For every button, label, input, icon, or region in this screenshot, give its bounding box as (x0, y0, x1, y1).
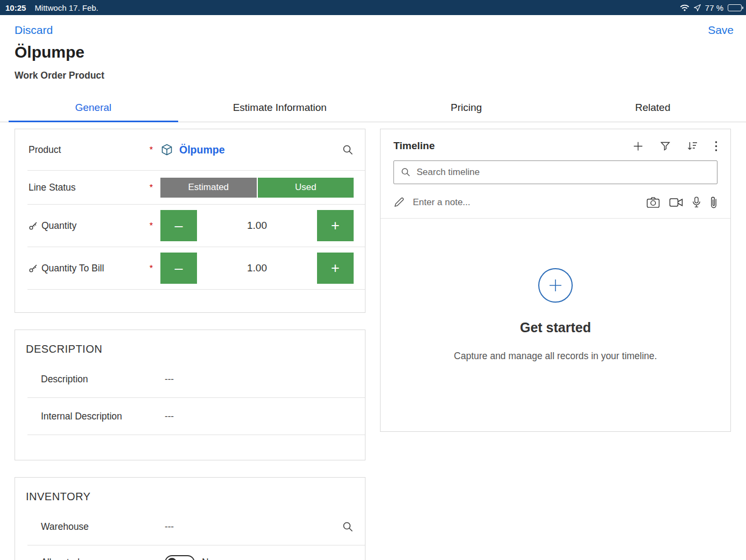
quantity-to-bill-decrement-button[interactable]: – (160, 253, 197, 284)
timeline-more-icon[interactable] (715, 141, 717, 152)
allocated-field-row: Allocated No (15, 545, 365, 560)
battery-percent: 77 % (705, 3, 723, 12)
timeline-title: Timeline (393, 140, 435, 152)
tab-related[interactable]: Related (560, 93, 746, 122)
note-input[interactable] (405, 197, 646, 208)
wifi-icon (680, 4, 689, 11)
location-icon (694, 4, 701, 11)
quantity-label: Quantity (41, 220, 76, 232)
required-asterisk: * (150, 182, 153, 193)
required-asterisk: * (150, 220, 153, 231)
quantity-to-bill-increment-button[interactable]: + (317, 253, 354, 284)
video-icon[interactable] (669, 198, 683, 207)
app-header: Discard Save Ölpumpe Work Order Product (0, 15, 746, 81)
line-status-option-estimated[interactable]: Estimated (160, 178, 257, 198)
line-status-option-used[interactable]: Used (258, 178, 354, 198)
tab-general[interactable]: General (0, 93, 187, 122)
timeline-add-icon[interactable] (632, 141, 644, 152)
required-asterisk: * (150, 144, 153, 155)
status-date: Mittwoch 17. Feb. (34, 3, 98, 12)
status-bar: 10:25 Mittwoch 17. Feb. 77 % (0, 0, 746, 15)
timeline-sort-icon[interactable] (687, 141, 699, 151)
quantity-increment-button[interactable]: + (317, 210, 354, 241)
page-title: Ölpumpe (15, 43, 734, 61)
add-record-icon[interactable] (538, 268, 573, 303)
description-value[interactable]: --- (165, 374, 174, 384)
quantity-to-bill-stepper: – 1.00 + (160, 253, 354, 284)
line-status-label: Line Status (29, 182, 76, 193)
discard-button[interactable]: Discard (15, 24, 53, 37)
quantity-to-bill-label: Quantity To Bill (41, 263, 104, 274)
quantity-value[interactable]: 1.00 (197, 220, 317, 232)
description-label: Description (41, 374, 165, 385)
product-value-link[interactable]: Ölpumpe (179, 144, 225, 156)
description-card: DESCRIPTION Description --- Internal Des… (15, 330, 365, 460)
warehouse-label: Warehouse (41, 521, 165, 533)
battery-icon (728, 4, 742, 11)
quantity-decrement-button[interactable]: – (160, 210, 197, 241)
warehouse-value[interactable]: --- (165, 521, 174, 532)
product-field-row: Product * Ölpumpe (15, 129, 365, 170)
inventory-card: INVENTORY Warehouse --- Allocated No (15, 477, 365, 560)
save-button[interactable]: Save (708, 24, 734, 37)
status-time: 10:25 (5, 3, 26, 12)
inventory-section-title: INVENTORY (15, 478, 365, 508)
internal-description-label: Internal Description (41, 411, 165, 422)
product-cube-icon (160, 143, 173, 156)
internal-description-value[interactable]: --- (165, 411, 174, 422)
note-entry-row (381, 186, 730, 219)
page-subtitle: Work Order Product (15, 70, 734, 81)
timeline-search-icon (400, 167, 411, 177)
tab-estimate-information[interactable]: Estimate Information (187, 93, 374, 122)
timeline-empty-state: Get started Capture and manage all recor… (381, 268, 730, 362)
pencil-icon (393, 197, 405, 208)
warehouse-search-icon[interactable] (342, 521, 354, 533)
tab-bar: General Estimate Information Pricing Rel… (0, 93, 746, 122)
product-search-icon[interactable] (342, 144, 354, 156)
allocated-toggle[interactable] (165, 555, 195, 560)
microphone-icon[interactable] (692, 196, 701, 208)
main-form-card: Product * Ölpumpe Line Status * (15, 129, 365, 313)
description-section-title: DESCRIPTION (15, 330, 365, 361)
quantity-stepper: – 1.00 + (160, 210, 354, 241)
quantity-to-bill-value[interactable]: 1.00 (197, 262, 317, 274)
quantity-field-row: Quantity * – 1.00 + (15, 205, 365, 247)
warehouse-field-row: Warehouse --- (15, 508, 365, 545)
timeline-filter-icon[interactable] (660, 141, 671, 151)
tab-pricing[interactable]: Pricing (373, 93, 560, 122)
camera-icon[interactable] (646, 197, 660, 208)
key-icon (29, 264, 38, 273)
description-field-row: Description --- (15, 361, 365, 397)
required-asterisk: * (150, 263, 153, 274)
get-started-heading: Get started (381, 320, 730, 335)
key-icon (29, 221, 38, 230)
paperclip-icon[interactable] (710, 196, 717, 209)
allocated-value: No (202, 557, 214, 560)
timeline-card: Timeline (380, 129, 731, 432)
timeline-search-input[interactable] (393, 160, 717, 184)
product-label: Product (29, 144, 61, 156)
get-started-message: Capture and manage all records in your t… (381, 351, 730, 362)
internal-description-field-row: Internal Description --- (15, 398, 365, 435)
allocated-label: Allocated (41, 557, 165, 560)
line-status-field-row: Line Status * Estimated Used (15, 171, 365, 204)
quantity-to-bill-field-row: Quantity To Bill * – 1.00 + (15, 247, 365, 289)
